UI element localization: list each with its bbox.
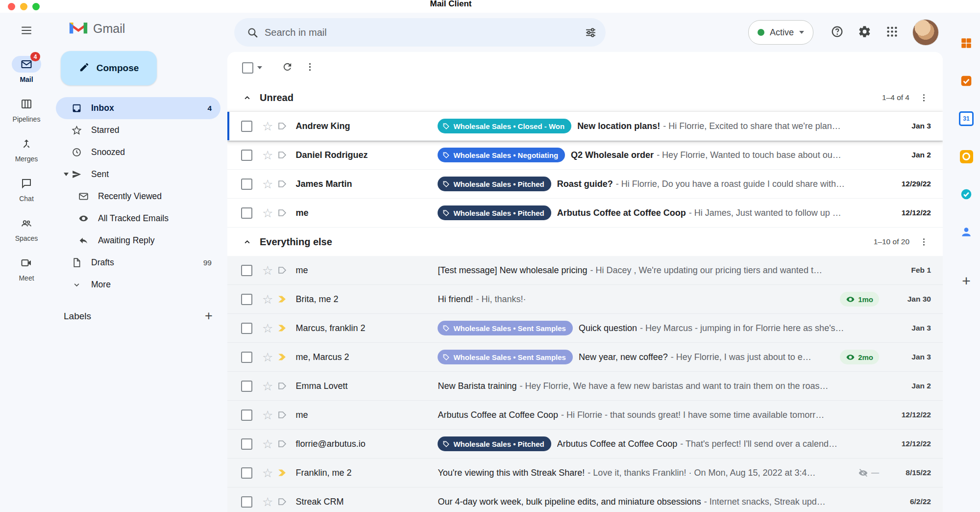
row-checkbox[interactable] [241, 438, 252, 450]
calendar-icon[interactable]: 31 [956, 109, 976, 128]
status-dropdown[interactable]: Active [748, 20, 813, 45]
rail-item-merges[interactable]: Merges [12, 135, 41, 163]
sidebar-item-all-tracked-emails[interactable]: All Tracked Emails [56, 207, 220, 230]
rail-item-meet[interactable]: Meet [12, 255, 41, 282]
pipeline-stage-badge[interactable]: Wholesale Sales • Pitched [438, 177, 551, 191]
collapse-section-icon[interactable] [242, 93, 258, 103]
date: 12/29/22 [885, 179, 936, 188]
row-checkbox[interactable] [241, 410, 252, 421]
star-icon[interactable]: ☆ [262, 264, 273, 277]
email-row[interactable]: ☆Streak CRMOur 4-day work week, bulk pip… [227, 487, 943, 512]
star-icon[interactable]: ☆ [262, 178, 273, 190]
email-row[interactable]: ☆Brita, me 2Hi friend!- Hi, thanks!·1moJ… [227, 285, 943, 314]
pipeline-stage-badge[interactable]: Wholesale Sales • Sent Samples [438, 350, 573, 364]
view-tracking-badge[interactable]: 2mo [840, 350, 879, 364]
pipeline-stage-badge[interactable]: Wholesale Sales • Pitched [438, 205, 551, 220]
row-checkbox[interactable] [241, 352, 252, 363]
settings-button[interactable] [853, 21, 876, 44]
collapse-section-icon[interactable] [242, 237, 258, 247]
sidebar-item-sent[interactable]: Sent [56, 163, 220, 185]
refresh-button[interactable] [276, 56, 298, 79]
star-icon[interactable]: ☆ [262, 438, 273, 450]
email-row[interactable]: ☆James MartinWholesale Sales • PitchedRo… [227, 170, 943, 199]
star-icon[interactable]: ☆ [262, 380, 273, 392]
compose-button[interactable]: Compose [61, 51, 157, 85]
email-row[interactable]: ☆me[Test message] New wholesale pricing-… [227, 256, 943, 285]
rail-item-pipelines[interactable]: Pipelines [12, 96, 41, 123]
sidebar-item-starred[interactable]: Starred [56, 119, 220, 141]
rail-item-spaces[interactable]: Spaces [12, 215, 41, 242]
pipeline-stage-badge[interactable]: Wholesale Sales • Sent Samples [438, 321, 573, 335]
email-row[interactable]: ☆Emma LovettNew Barista training- Hey Fl… [227, 372, 943, 401]
avatar[interactable] [912, 19, 939, 46]
email-row[interactable]: ☆florrie@arbutus.ioWholesale Sales • Pit… [227, 430, 943, 459]
star-icon[interactable]: ☆ [262, 351, 273, 363]
star-icon[interactable]: ☆ [262, 322, 273, 334]
row-checkbox[interactable] [241, 467, 252, 479]
row-checkbox[interactable] [241, 150, 252, 161]
email-row[interactable]: ☆Franklin, me 2You're viewing this with … [227, 459, 943, 487]
keep-icon[interactable] [956, 147, 976, 166]
tasks-icon[interactable] [956, 184, 976, 204]
row-checkbox[interactable] [241, 179, 252, 190]
section-more-icon[interactable] [913, 87, 934, 108]
email-row[interactable]: ☆meWholesale Sales • PitchedArbutus Coff… [227, 199, 943, 228]
section-more-icon[interactable] [913, 231, 934, 252]
get-addons-button[interactable]: + [962, 274, 971, 288]
sidebar-item-inbox[interactable]: Inbox4 [56, 97, 220, 119]
row-checkbox[interactable] [241, 381, 252, 392]
star-icon[interactable]: ☆ [262, 120, 273, 132]
star-icon[interactable]: ☆ [262, 409, 273, 421]
main-menu-button[interactable] [15, 20, 38, 43]
window-minimize-button[interactable] [20, 3, 27, 10]
refresh-icon [282, 61, 293, 75]
rail-item-chat[interactable]: Chat [12, 175, 41, 203]
star-icon[interactable]: ☆ [262, 293, 273, 306]
streak-pipelines-icon[interactable] [956, 33, 976, 53]
row-checkbox[interactable] [241, 496, 252, 508]
streak-tasks-icon[interactable] [956, 71, 976, 91]
row-checkbox[interactable] [241, 294, 252, 305]
star-icon[interactable]: ☆ [262, 467, 273, 479]
search-options-icon[interactable] [579, 21, 602, 44]
contacts-icon[interactable] [956, 222, 976, 242]
email-row[interactable]: ☆Daniel RodriguezWholesale Sales • Negot… [227, 141, 943, 170]
add-label-button[interactable]: + [200, 309, 218, 323]
search-icon[interactable] [241, 21, 264, 44]
subject: Arbutus Coffee at Coffee Coop [438, 410, 558, 420]
select-dropdown-icon[interactable] [257, 66, 262, 69]
sidebar-item-more[interactable]: More [56, 274, 220, 296]
sidebar-item-recently-viewed[interactable]: Recently Viewed [56, 185, 220, 207]
pipelines-icon [21, 98, 32, 110]
row-checkbox[interactable] [241, 121, 252, 132]
apps-button[interactable] [880, 21, 904, 44]
sidebar-item-drafts[interactable]: Drafts99 [56, 252, 220, 274]
row-checkbox[interactable] [241, 265, 252, 276]
select-all-checkbox[interactable] [242, 62, 253, 74]
sidebar-item-label: Awaiting Reply [98, 235, 212, 246]
search-input[interactable] [264, 26, 579, 39]
star-icon[interactable]: ☆ [262, 496, 273, 508]
pipeline-stage-badge[interactable]: Wholesale Sales • Negotiating [438, 148, 565, 162]
email-row[interactable]: ☆meArbutus Coffee at Coffee Coop- Hi Flo… [227, 401, 943, 430]
sidebar-item-awaiting-reply[interactable]: Awaiting Reply [56, 230, 220, 252]
snippet: - Hey Florrie, We have a few new barista… [520, 381, 829, 391]
window-close-button[interactable] [8, 3, 15, 10]
sidebar-item-snoozed[interactable]: Snoozed [56, 141, 220, 163]
window-zoom-button[interactable] [32, 3, 40, 10]
email-row[interactable]: ☆Marcus, franklin 2Wholesale Sales • Sen… [227, 314, 943, 343]
more-button[interactable] [298, 56, 321, 79]
pipeline-stage-badge[interactable]: Wholesale Sales • Closed - Won [438, 119, 571, 133]
view-tracking-badge[interactable]: 1mo [840, 292, 879, 307]
search-bar[interactable] [234, 18, 606, 47]
email-row[interactable]: ☆me, Marcus 2Wholesale Sales • Sent Samp… [227, 343, 943, 372]
expander-icon[interactable] [64, 173, 69, 176]
star-icon[interactable]: ☆ [262, 149, 273, 161]
row-checkbox[interactable] [241, 207, 252, 219]
star-icon[interactable]: ☆ [262, 207, 273, 219]
rail-item-mail[interactable]: 4Mail [12, 56, 41, 83]
pipeline-stage-badge[interactable]: Wholesale Sales • Pitched [438, 436, 551, 451]
help-button[interactable] [825, 21, 849, 44]
email-row[interactable]: ☆Andrew KingWholesale Sales • Closed - W… [227, 112, 943, 141]
row-checkbox[interactable] [241, 323, 252, 334]
